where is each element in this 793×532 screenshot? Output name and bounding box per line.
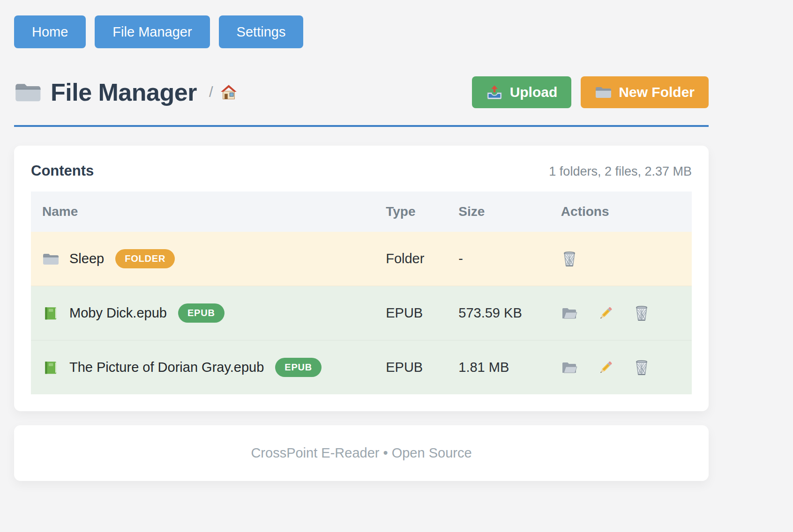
footer-text: CrossPoint E-Reader • Open Source bbox=[251, 445, 471, 460]
column-header-actions: Actions bbox=[550, 192, 692, 232]
contents-card-header: Contents 1 folders, 2 files, 2.37 MB bbox=[31, 163, 692, 179]
files-table-head: Name Type Size Actions bbox=[31, 192, 692, 232]
folder-icon bbox=[595, 84, 612, 100]
item-name-link[interactable]: Moby Dick.epub bbox=[69, 305, 167, 321]
epub-badge: EPUB bbox=[178, 303, 224, 323]
column-header-type: Type bbox=[374, 192, 447, 232]
rename-button[interactable] bbox=[597, 359, 614, 376]
header-actions: Upload New Folder bbox=[472, 76, 709, 108]
page-header: File Manager / Upload New Folder bbox=[14, 76, 709, 108]
type-cell: Folder bbox=[374, 232, 447, 286]
open-folder-icon bbox=[561, 359, 578, 376]
folder-icon bbox=[14, 80, 41, 104]
upload-button-label: Upload bbox=[510, 84, 558, 100]
contents-card: Contents 1 folders, 2 files, 2.37 MB Nam… bbox=[14, 146, 709, 411]
table-row-file-moby-dick: Moby Dick.epub EPUB EPUB 573.59 KB bbox=[31, 286, 692, 340]
size-cell: - bbox=[447, 232, 550, 286]
trash-icon bbox=[561, 251, 578, 267]
rename-button[interactable] bbox=[597, 305, 614, 322]
type-cell: EPUB bbox=[374, 340, 447, 395]
top-nav: Home File Manager Settings bbox=[14, 15, 709, 48]
item-name-link[interactable]: The Picture of Dorian Gray.epub bbox=[69, 360, 264, 375]
delete-button[interactable] bbox=[633, 305, 650, 322]
column-header-size: Size bbox=[447, 192, 550, 232]
epub-badge: EPUB bbox=[275, 358, 322, 377]
delete-button[interactable] bbox=[561, 251, 578, 267]
move-button[interactable] bbox=[561, 305, 578, 322]
nav-button-file-manager[interactable]: File Manager bbox=[95, 15, 209, 48]
folder-icon bbox=[42, 251, 59, 267]
trash-icon bbox=[633, 305, 650, 322]
open-folder-icon bbox=[561, 305, 578, 322]
table-row-file-dorian-gray: The Picture of Dorian Gray.epub EPUB EPU… bbox=[31, 340, 692, 395]
page-title: File Manager bbox=[51, 78, 197, 106]
new-folder-button-label: New Folder bbox=[619, 84, 695, 100]
contents-summary: 1 folders, 2 files, 2.37 MB bbox=[549, 164, 692, 179]
folder-badge: FOLDER bbox=[115, 249, 175, 268]
trash-icon bbox=[633, 359, 650, 376]
upload-button[interactable]: Upload bbox=[472, 76, 572, 108]
delete-button[interactable] bbox=[633, 359, 650, 376]
actions-cell bbox=[550, 286, 692, 340]
move-button[interactable] bbox=[561, 359, 578, 376]
name-cell: The Picture of Dorian Gray.epub EPUB bbox=[31, 340, 374, 395]
type-cell: EPUB bbox=[374, 286, 447, 340]
header-row: Name Type Size Actions bbox=[31, 192, 692, 232]
nav-button-home[interactable]: Home bbox=[14, 15, 86, 48]
item-name-link[interactable]: Sleep bbox=[69, 251, 104, 266]
green-book-icon bbox=[42, 305, 59, 321]
pencil-icon bbox=[597, 305, 614, 322]
name-cell: Moby Dick.epub EPUB bbox=[31, 286, 374, 340]
house-icon[interactable] bbox=[220, 84, 238, 101]
table-row-folder-sleep: Sleep FOLDER Folder - bbox=[31, 232, 692, 286]
page: Home File Manager Settings File Manager … bbox=[0, 0, 709, 500]
footer-card: CrossPoint E-Reader • Open Source bbox=[14, 425, 709, 481]
actions-cell bbox=[550, 232, 692, 286]
nav-button-settings[interactable]: Settings bbox=[219, 15, 304, 48]
actions-cell bbox=[550, 340, 692, 395]
column-header-name: Name bbox=[31, 192, 374, 232]
files-table: Name Type Size Actions Sleep FOLDER bbox=[31, 192, 692, 394]
title-wrap: File Manager / bbox=[14, 78, 238, 106]
green-book-icon bbox=[42, 360, 59, 376]
size-cell: 573.59 KB bbox=[447, 286, 550, 340]
upload-tray-icon bbox=[486, 84, 503, 100]
name-cell: Sleep FOLDER bbox=[31, 232, 374, 286]
breadcrumb: / bbox=[209, 84, 238, 101]
new-folder-button[interactable]: New Folder bbox=[581, 76, 709, 108]
size-cell: 1.81 MB bbox=[447, 340, 550, 395]
title-underline bbox=[14, 125, 709, 127]
breadcrumb-separator: / bbox=[209, 84, 213, 101]
files-table-body: Sleep FOLDER Folder - bbox=[31, 232, 692, 394]
pencil-icon bbox=[597, 359, 614, 376]
contents-title: Contents bbox=[31, 163, 94, 179]
